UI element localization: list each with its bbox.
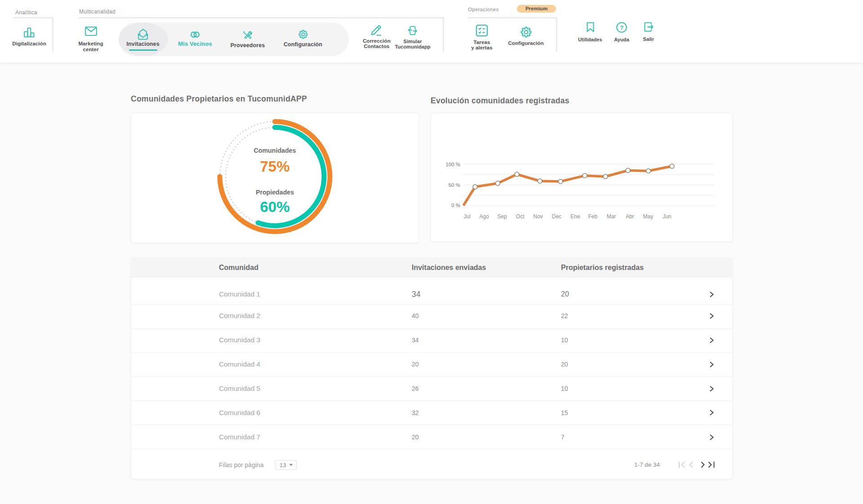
svg-text:?: ? <box>620 24 623 31</box>
svg-text:Oct: Oct <box>516 213 525 220</box>
svg-text:100 %: 100 % <box>445 162 460 167</box>
svg-text:May: May <box>643 213 654 220</box>
svg-text:Abr: Abr <box>626 213 634 220</box>
svg-text:Jul: Jul <box>463 213 470 220</box>
svg-text:50 %: 50 % <box>449 182 460 188</box>
svg-text:Feb: Feb <box>588 213 597 220</box>
svg-text:Jun: Jun <box>663 213 671 220</box>
svg-text:Dec: Dec <box>552 213 561 220</box>
svg-text:Ene: Ene <box>570 213 580 220</box>
svg-text:Sep: Sep <box>498 213 507 220</box>
svg-text:Ago: Ago <box>480 213 489 220</box>
svg-text:Mar: Mar <box>607 213 616 220</box>
svg-text:Nov: Nov <box>534 213 543 220</box>
svg-text:0 %: 0 % <box>451 203 460 208</box>
